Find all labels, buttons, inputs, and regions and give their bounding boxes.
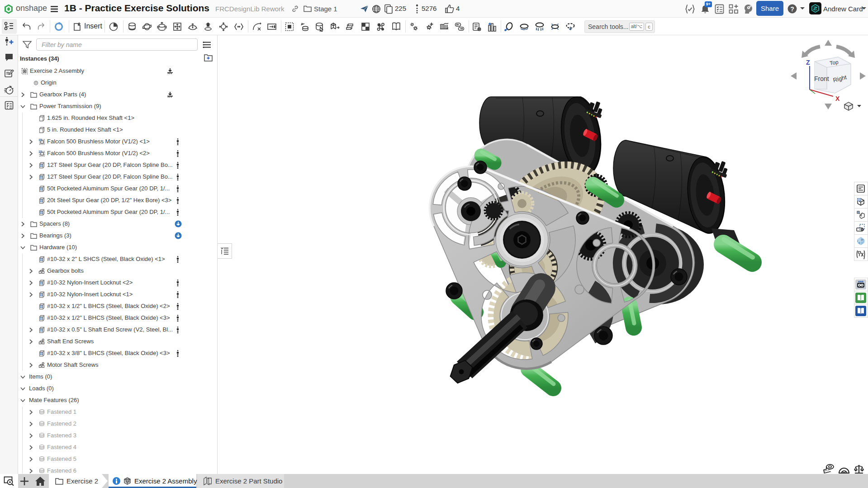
svg-text:Front: Front [814, 75, 829, 82]
svg-text:X: X [835, 95, 840, 102]
svg-text:?: ? [790, 5, 794, 13]
svg-text:Z: Z [806, 59, 810, 66]
